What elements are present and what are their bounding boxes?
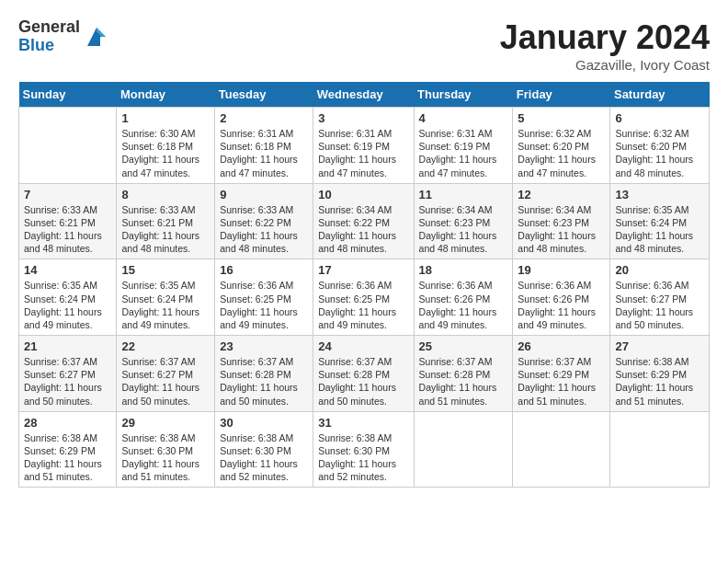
day-info: Sunrise: 6:33 AM Sunset: 6:21 PM Dayligh… — [24, 203, 111, 256]
day-number: 22 — [121, 339, 210, 353]
calendar-body: 1Sunrise: 6:30 AM Sunset: 6:18 PM Daylig… — [19, 108, 710, 488]
day-info: Sunrise: 6:32 AM Sunset: 6:20 PM Dayligh… — [518, 127, 605, 179]
day-number: 25 — [419, 339, 508, 353]
day-info: Sunrise: 6:37 AM Sunset: 6:28 PM Dayligh… — [419, 355, 508, 408]
day-number: 27 — [615, 339, 704, 353]
day-info: Sunrise: 6:34 AM Sunset: 6:23 PM Dayligh… — [518, 203, 605, 256]
location: Gazaville, Ivory Coast — [500, 57, 710, 73]
day-number: 29 — [121, 416, 210, 430]
day-info: Sunrise: 6:35 AM Sunset: 6:24 PM Dayligh… — [121, 279, 210, 331]
day-info: Sunrise: 6:38 AM Sunset: 6:30 PM Dayligh… — [220, 431, 308, 484]
day-number: 11 — [419, 188, 508, 201]
calendar-cell: 14Sunrise: 6:35 AM Sunset: 6:24 PM Dayli… — [19, 259, 117, 336]
day-info: Sunrise: 6:37 AM Sunset: 6:28 PM Dayligh… — [318, 355, 408, 408]
day-info: Sunrise: 6:30 AM Sunset: 6:18 PM Dayligh… — [121, 127, 210, 179]
day-number: 6 — [615, 111, 704, 125]
calendar-cell: 22Sunrise: 6:37 AM Sunset: 6:27 PM Dayli… — [117, 336, 215, 412]
day-info: Sunrise: 6:31 AM Sunset: 6:18 PM Dayligh… — [220, 127, 308, 179]
calendar-table: Sunday Monday Tuesday Wednesday Thursday… — [18, 82, 710, 488]
day-info: Sunrise: 6:38 AM Sunset: 6:29 PM Dayligh… — [24, 431, 111, 484]
day-info: Sunrise: 6:35 AM Sunset: 6:24 PM Dayligh… — [615, 203, 704, 256]
logo-blue-text: Blue — [18, 37, 80, 55]
day-info: Sunrise: 6:32 AM Sunset: 6:20 PM Dayligh… — [615, 127, 704, 179]
calendar-cell: 16Sunrise: 6:36 AM Sunset: 6:25 PM Dayli… — [215, 259, 313, 336]
day-number: 3 — [318, 111, 408, 125]
calendar-cell — [19, 108, 117, 184]
header-friday: Friday — [513, 82, 610, 108]
day-number: 31 — [318, 416, 408, 430]
day-number: 8 — [121, 188, 210, 201]
logo-icon — [84, 24, 109, 50]
day-info: Sunrise: 6:38 AM Sunset: 6:30 PM Dayligh… — [121, 431, 210, 484]
day-number: 28 — [24, 416, 111, 430]
day-info: Sunrise: 6:36 AM Sunset: 6:27 PM Dayligh… — [615, 279, 704, 331]
day-info: Sunrise: 6:37 AM Sunset: 6:27 PM Dayligh… — [24, 355, 111, 408]
day-number: 21 — [24, 339, 111, 353]
day-info: Sunrise: 6:36 AM Sunset: 6:25 PM Dayligh… — [220, 279, 308, 331]
calendar-cell: 2Sunrise: 6:31 AM Sunset: 6:18 PM Daylig… — [215, 108, 313, 184]
calendar-cell: 23Sunrise: 6:37 AM Sunset: 6:28 PM Dayli… — [215, 336, 313, 412]
page-header: General Blue January 2024 Gazaville, Ivo… — [18, 18, 710, 73]
day-info: Sunrise: 6:31 AM Sunset: 6:19 PM Dayligh… — [419, 127, 508, 179]
day-info: Sunrise: 6:34 AM Sunset: 6:23 PM Dayligh… — [419, 203, 508, 256]
title-block: January 2024 Gazaville, Ivory Coast — [500, 18, 710, 73]
day-number: 1 — [121, 111, 210, 125]
calendar-cell: 25Sunrise: 6:37 AM Sunset: 6:28 PM Dayli… — [414, 336, 513, 412]
day-info: Sunrise: 6:36 AM Sunset: 6:25 PM Dayligh… — [318, 279, 408, 331]
calendar-cell: 10Sunrise: 6:34 AM Sunset: 6:22 PM Dayli… — [313, 183, 414, 259]
day-info: Sunrise: 6:37 AM Sunset: 6:28 PM Dayligh… — [220, 355, 308, 408]
day-info: Sunrise: 6:37 AM Sunset: 6:29 PM Dayligh… — [518, 355, 605, 408]
day-number: 17 — [318, 263, 408, 277]
day-number: 14 — [24, 263, 111, 277]
calendar-cell: 9Sunrise: 6:33 AM Sunset: 6:22 PM Daylig… — [215, 183, 313, 259]
day-number: 20 — [615, 263, 704, 277]
day-number: 18 — [419, 263, 508, 277]
day-number: 2 — [220, 111, 308, 125]
calendar-cell: 12Sunrise: 6:34 AM Sunset: 6:23 PM Dayli… — [513, 183, 610, 259]
calendar-cell: 26Sunrise: 6:37 AM Sunset: 6:29 PM Dayli… — [513, 336, 610, 412]
calendar-cell: 31Sunrise: 6:38 AM Sunset: 6:30 PM Dayli… — [313, 411, 414, 488]
day-number: 30 — [220, 416, 308, 430]
calendar-cell: 28Sunrise: 6:38 AM Sunset: 6:29 PM Dayli… — [19, 411, 117, 488]
day-info: Sunrise: 6:38 AM Sunset: 6:30 PM Dayligh… — [318, 431, 408, 484]
day-info: Sunrise: 6:33 AM Sunset: 6:21 PM Dayligh… — [121, 203, 210, 256]
day-info: Sunrise: 6:34 AM Sunset: 6:22 PM Dayligh… — [318, 203, 408, 256]
day-number: 16 — [220, 263, 308, 277]
calendar-cell: 29Sunrise: 6:38 AM Sunset: 6:30 PM Dayli… — [117, 411, 215, 488]
day-number: 15 — [121, 263, 210, 277]
header-monday: Monday — [117, 82, 215, 108]
day-info: Sunrise: 6:37 AM Sunset: 6:27 PM Dayligh… — [121, 355, 210, 408]
calendar-cell: 19Sunrise: 6:36 AM Sunset: 6:26 PM Dayli… — [513, 259, 610, 336]
calendar-cell: 11Sunrise: 6:34 AM Sunset: 6:23 PM Dayli… — [414, 183, 513, 259]
calendar-header: Sunday Monday Tuesday Wednesday Thursday… — [19, 82, 710, 108]
calendar-cell — [610, 411, 710, 488]
month-title: January 2024 — [500, 18, 710, 57]
calendar-cell: 15Sunrise: 6:35 AM Sunset: 6:24 PM Dayli… — [117, 259, 215, 336]
day-info: Sunrise: 6:36 AM Sunset: 6:26 PM Dayligh… — [419, 279, 508, 331]
day-info: Sunrise: 6:38 AM Sunset: 6:29 PM Dayligh… — [615, 355, 704, 408]
header-sunday: Sunday — [19, 82, 117, 108]
day-info: Sunrise: 6:36 AM Sunset: 6:26 PM Dayligh… — [518, 279, 605, 331]
calendar-cell: 3Sunrise: 6:31 AM Sunset: 6:19 PM Daylig… — [313, 108, 414, 184]
day-number: 5 — [518, 111, 605, 125]
header-thursday: Thursday — [414, 82, 513, 108]
day-number: 24 — [318, 339, 408, 353]
day-number: 10 — [318, 188, 408, 201]
day-number: 23 — [220, 339, 308, 353]
calendar-cell — [513, 411, 610, 488]
header-wednesday: Wednesday — [313, 82, 414, 108]
calendar-cell: 6Sunrise: 6:32 AM Sunset: 6:20 PM Daylig… — [610, 108, 710, 184]
day-info: Sunrise: 6:33 AM Sunset: 6:22 PM Dayligh… — [220, 203, 308, 256]
day-info: Sunrise: 6:35 AM Sunset: 6:24 PM Dayligh… — [24, 279, 111, 331]
calendar-cell: 20Sunrise: 6:36 AM Sunset: 6:27 PM Dayli… — [610, 259, 710, 336]
day-number: 4 — [419, 111, 508, 125]
day-number: 12 — [518, 188, 605, 201]
day-number: 26 — [518, 339, 605, 353]
calendar-cell: 30Sunrise: 6:38 AM Sunset: 6:30 PM Dayli… — [215, 411, 313, 488]
calendar-cell: 24Sunrise: 6:37 AM Sunset: 6:28 PM Dayli… — [313, 336, 414, 412]
calendar-cell: 5Sunrise: 6:32 AM Sunset: 6:20 PM Daylig… — [513, 108, 610, 184]
calendar-cell: 13Sunrise: 6:35 AM Sunset: 6:24 PM Dayli… — [610, 183, 710, 259]
logo-general-text: General — [18, 18, 80, 37]
day-number: 7 — [24, 188, 111, 201]
day-info: Sunrise: 6:31 AM Sunset: 6:19 PM Dayligh… — [318, 127, 408, 179]
